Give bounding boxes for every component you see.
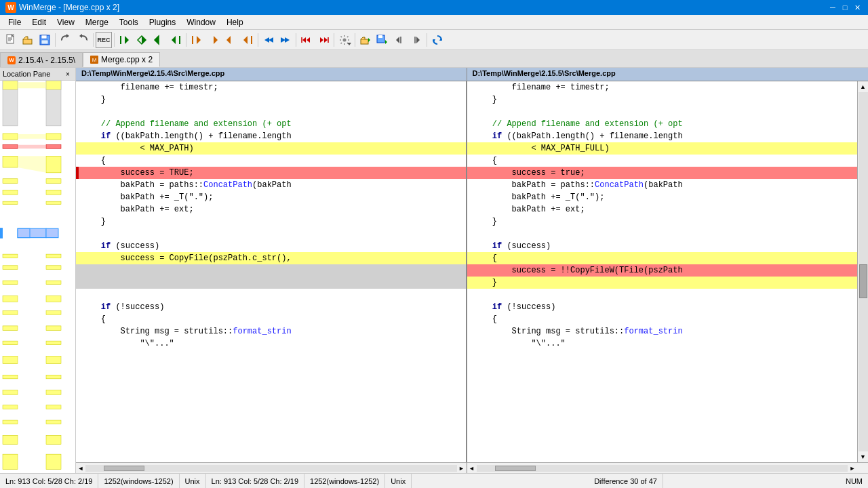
next-conflict-button[interactable] [222,32,239,48]
scroll-right-right-button[interactable]: ► [848,464,857,473]
svg-marker-39 [385,40,387,44]
scroll-left-left-button[interactable]: ◄ [76,464,85,473]
table-row: if (success) [467,240,857,252]
svg-point-33 [343,38,347,41]
table-row: success = CopyFile(pszPath.c_str(), [76,252,466,264]
restore-button[interactable]: □ [840,2,850,13]
scroll-left-right-button[interactable]: ◄ [467,464,477,473]
vertical-scrollbar[interactable]: ▲ ▼ [857,81,868,462]
close-button[interactable]: ✕ [852,2,863,13]
tab-folder[interactable]: W 2.15.4\ - 2.15.5\ [0,52,83,67]
menu-file[interactable]: File [3,16,26,28]
svg-rect-51 [3,134,18,140]
right-hscroll-track[interactable] [477,465,848,472]
table-row [76,228,466,240]
svg-rect-47 [3,81,18,89]
svg-rect-5 [23,39,32,44]
tab-file[interactable]: M Merge.cpp x 2 [83,52,160,67]
menu-merge[interactable]: Merge [80,16,114,28]
copy-all-left-button[interactable] [298,32,315,48]
num-status: NUM [840,474,868,488]
table-row: bakPath += ext; [467,203,857,216]
table-row: bakPath = paths::ConcatPath(bakPath [467,179,857,191]
refresh-button[interactable] [429,32,446,48]
menu-view[interactable]: View [52,16,80,28]
left-hscroll-track[interactable] [85,465,457,472]
scroll-track[interactable] [859,92,868,451]
statusbar: Ln: 913 Col: 5/28 Ch: 2/19 1252(windows-… [0,473,868,488]
next-left-button[interactable] [408,32,425,48]
svg-rect-61 [46,179,61,184]
redo-button[interactable] [75,32,91,48]
menu-edit[interactable]: Edit [26,16,52,28]
prev-left-button[interactable] [391,32,408,48]
svg-rect-38 [378,35,382,38]
table-row: bakPath = paths::ConcatPath(bakPath [76,179,466,191]
menu-help[interactable]: Help [221,16,249,28]
undo-button[interactable] [58,32,74,48]
menubar: File Edit View Merge Tools Plugins Windo… [0,15,868,30]
first-diff-button[interactable] [117,32,133,48]
save-left-file-button[interactable] [374,32,391,48]
table-row: String msg = strutils::format_strin [467,325,857,338]
scroll-thumb[interactable] [859,264,867,298]
right-editor[interactable]: filename += timestr; } // Append filenam… [467,81,857,462]
options-button[interactable] [336,32,353,48]
tab-folder-icon: W [7,56,16,64]
table-row: < MAX_PATH) [76,142,466,155]
table-row: "\"..." [467,338,857,350]
right-hscroll-thumb[interactable] [495,466,536,471]
menu-window[interactable]: Window [181,16,221,28]
menu-tools[interactable]: Tools [114,16,144,28]
save-button[interactable] [37,32,53,48]
app-icon: W [5,2,16,13]
scroll-up-button[interactable]: ▲ [859,81,868,92]
location-pane-close-button[interactable]: × [63,69,73,79]
scroll-right-left-button[interactable]: ► [457,464,467,473]
sep2 [93,33,94,47]
svg-marker-27 [302,37,306,43]
svg-rect-71 [46,254,61,258]
table-row: // Append filename and extension (+ opt [76,118,466,130]
svg-marker-29 [307,37,310,43]
prev-diff-button[interactable] [134,32,150,48]
svg-marker-15 [172,36,176,44]
left-editor[interactable]: filename += timestr; } // Append filenam… [76,81,467,462]
first-conflict-button[interactable] [189,32,205,48]
prev-conflict-button[interactable] [205,32,222,48]
sep1 [55,33,56,47]
copy-all-right-button[interactable] [315,32,332,48]
copy-to-left-button[interactable] [260,32,277,48]
svg-marker-9 [125,36,129,44]
table-row: String msg = strutils::format_strin [76,325,466,338]
svg-marker-14 [155,36,159,44]
left-status-encoding: 1252(windows-1252) [98,474,179,488]
right-hscrollbar[interactable]: ◄ ► [467,462,858,473]
left-hscroll-thumb[interactable] [104,466,144,471]
open-left-file-button[interactable] [357,32,374,48]
right-status-eol: Unix [385,474,412,488]
left-hscrollbar[interactable]: ◄ ► [76,462,467,473]
menu-plugins[interactable]: Plugins [144,16,181,28]
svg-rect-82 [3,341,18,345]
copy-to-right-button[interactable] [277,32,294,48]
tab-file-label: Merge.cpp x 2 [101,55,153,64]
svg-marker-42 [416,37,420,43]
last-conflict-button[interactable] [239,32,256,48]
left-code: filename += timestr; } // Append filenam… [76,81,466,350]
table-row: } [76,94,466,106]
new-button[interactable] [3,32,19,48]
next-diff-button[interactable] [151,32,167,48]
titlebar-controls[interactable]: ─ □ ✕ [827,2,863,13]
last-diff-button[interactable] [167,32,184,48]
svg-marker-21 [243,36,248,44]
svg-rect-58 [46,156,61,172]
minimize-button[interactable]: ─ [827,2,838,13]
open-button[interactable] [20,32,36,48]
svg-rect-91 [46,405,61,409]
svg-marker-20 [226,36,231,44]
location-pane: Location Pane × [0,68,76,473]
rec-button[interactable]: REC [96,32,112,48]
scroll-down-button[interactable]: ▼ [859,451,868,462]
svg-rect-66 [0,228,3,239]
